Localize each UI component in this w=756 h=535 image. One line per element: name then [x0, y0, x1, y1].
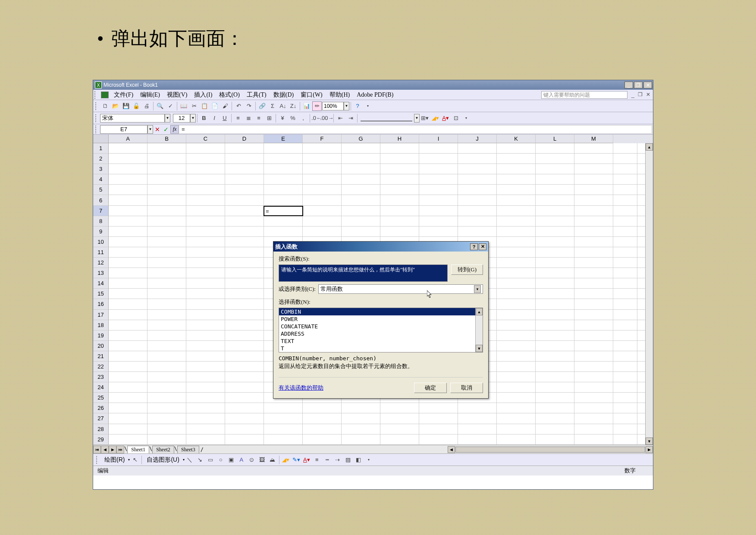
- cell[interactable]: [574, 143, 613, 153]
- cell[interactable]: [574, 351, 613, 361]
- cell[interactable]: [264, 413, 303, 423]
- function-item-text[interactable]: TEXT: [279, 337, 483, 345]
- cell[interactable]: [264, 185, 303, 195]
- cell[interactable]: [109, 164, 147, 174]
- cell[interactable]: [497, 341, 536, 351]
- cell[interactable]: [225, 185, 264, 195]
- cell[interactable]: [536, 362, 574, 371]
- cell[interactable]: [497, 330, 536, 340]
- cell[interactable]: [186, 174, 225, 184]
- cell[interactable]: [225, 434, 264, 444]
- cell[interactable]: [536, 434, 574, 444]
- 3d-icon[interactable]: ◧: [354, 455, 363, 465]
- help-icon[interactable]: ?: [353, 101, 362, 111]
- cell[interactable]: [536, 143, 574, 153]
- cell[interactable]: [186, 247, 225, 257]
- function-item-address[interactable]: ADDRESS: [279, 330, 483, 337]
- copy-icon[interactable]: 📋: [200, 101, 209, 111]
- cell[interactable]: [186, 330, 225, 340]
- dash-style-icon[interactable]: ┅: [323, 455, 332, 465]
- cell[interactable]: [613, 382, 637, 392]
- scroll-right-icon[interactable]: ▶: [646, 446, 653, 453]
- cell[interactable]: [186, 393, 225, 403]
- cell[interactable]: [536, 424, 574, 434]
- function-item-t[interactable]: T: [279, 345, 483, 352]
- font-color-icon[interactable]: A▾: [302, 455, 311, 465]
- cell[interactable]: [536, 403, 574, 413]
- cell[interactable]: [574, 247, 613, 257]
- align-left-icon[interactable]: ≡: [233, 113, 243, 123]
- cell[interactable]: [574, 174, 613, 184]
- function-item-power[interactable]: POWER: [279, 315, 483, 323]
- cell[interactable]: [536, 237, 574, 247]
- cell[interactable]: [574, 330, 613, 340]
- sheet-tab-sheet1[interactable]: Sheet1: [127, 446, 149, 453]
- name-box[interactable]: E7: [100, 125, 147, 134]
- column-header-E[interactable]: E: [264, 135, 303, 143]
- cell[interactable]: [186, 320, 225, 330]
- cell[interactable]: [147, 195, 186, 205]
- column-header-L[interactable]: L: [536, 135, 574, 143]
- row-header-15[interactable]: 15: [93, 289, 109, 299]
- cell[interactable]: [303, 403, 342, 413]
- cell[interactable]: [419, 216, 458, 226]
- cell[interactable]: [342, 227, 380, 236]
- cell[interactable]: [536, 413, 574, 423]
- cell[interactable]: [342, 206, 380, 216]
- cell[interactable]: [536, 258, 574, 268]
- cell[interactable]: [536, 154, 574, 164]
- cell[interactable]: [225, 424, 264, 434]
- cell[interactable]: [613, 185, 637, 195]
- doc-minimize[interactable]: _: [630, 91, 636, 98]
- cell[interactable]: [186, 227, 225, 236]
- cell[interactable]: [419, 195, 458, 205]
- cell[interactable]: [264, 434, 303, 444]
- cell[interactable]: [574, 268, 613, 278]
- sort-asc-icon[interactable]: A↓: [278, 101, 288, 111]
- cell[interactable]: [536, 382, 574, 392]
- toolbar-options-icon[interactable]: ▾: [461, 113, 471, 123]
- search-input[interactable]: 请输入一条简短的说明来描述您想做什么，然后单击"转到": [279, 264, 448, 282]
- oval-icon[interactable]: ○: [216, 455, 226, 465]
- print-icon[interactable]: 🖨: [142, 101, 151, 111]
- cell[interactable]: [613, 247, 637, 257]
- cell[interactable]: [109, 289, 147, 299]
- column-header-D[interactable]: D: [225, 135, 264, 143]
- cell[interactable]: [536, 320, 574, 330]
- cell[interactable]: [497, 237, 536, 247]
- menu-v[interactable]: 视图(V): [163, 91, 191, 98]
- row-header-11[interactable]: 11: [93, 247, 109, 258]
- cell[interactable]: [574, 341, 613, 351]
- cell[interactable]: [536, 247, 574, 257]
- cell[interactable]: [497, 227, 536, 236]
- doc-restore[interactable]: ❐: [637, 91, 644, 98]
- cell[interactable]: [497, 403, 536, 413]
- cell[interactable]: [147, 413, 186, 423]
- cell[interactable]: [497, 362, 536, 371]
- cell[interactable]: [109, 216, 147, 226]
- row-header-6[interactable]: 6: [93, 195, 109, 205]
- sort-desc-icon[interactable]: Z↓: [289, 101, 298, 111]
- toolbar-handle[interactable]: [95, 126, 99, 133]
- cell[interactable]: [303, 154, 342, 164]
- row-header-19[interactable]: 19: [93, 330, 109, 341]
- cell[interactable]: [186, 278, 225, 288]
- row-header-21[interactable]: 21: [93, 351, 109, 362]
- cell[interactable]: [225, 278, 264, 288]
- column-header-I[interactable]: I: [419, 135, 458, 143]
- cell[interactable]: [109, 341, 147, 351]
- cell[interactable]: [613, 310, 637, 320]
- cell[interactable]: [574, 185, 613, 195]
- cell[interactable]: [264, 174, 303, 184]
- cell[interactable]: [613, 174, 637, 184]
- cell[interactable]: [613, 424, 637, 434]
- cell[interactable]: [264, 154, 303, 164]
- cell[interactable]: [574, 320, 613, 330]
- format-painter-icon[interactable]: 🖌: [220, 101, 230, 111]
- cell[interactable]: [303, 206, 342, 216]
- cell[interactable]: [574, 434, 613, 444]
- fill-color-icon[interactable]: ◢▾: [281, 455, 291, 465]
- cell[interactable]: [613, 289, 637, 299]
- scroll-down-icon[interactable]: ▼: [646, 437, 653, 445]
- cell[interactable]: [613, 195, 637, 205]
